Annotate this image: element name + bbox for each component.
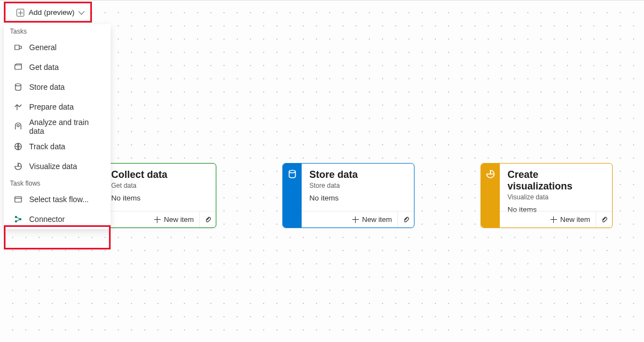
menu-item-get-data[interactable]: Get data: [4, 57, 111, 77]
new-item-button[interactable]: New item: [149, 211, 199, 227]
new-item-label: New item: [164, 215, 194, 224]
menu-item-store-data[interactable]: Store data: [4, 77, 111, 97]
add-button-label: Add (preview): [29, 8, 74, 17]
card-footer: New item: [500, 211, 612, 227]
svg-point-2: [17, 124, 19, 127]
new-item-button[interactable]: New item: [347, 211, 397, 227]
card-title: Collect data: [111, 169, 208, 181]
menu-item-general[interactable]: General: [4, 37, 111, 57]
attach-button[interactable]: [596, 211, 612, 227]
card-body: Create visualizations Visualize data No …: [500, 164, 612, 227]
card-title: Create visualizations: [507, 169, 604, 192]
get-data-icon: [14, 63, 23, 72]
menu-item-label: Prepare data: [29, 102, 74, 111]
task-flow-icon: [14, 195, 23, 204]
card-subtitle: Visualize data: [507, 193, 604, 201]
prepare-data-icon: [14, 102, 23, 111]
menu-item-label: Analyze and train data: [29, 118, 101, 135]
menu-item-visualize-data[interactable]: Visualize data: [4, 156, 111, 176]
menu-item-label: Get data: [29, 63, 59, 72]
menu-item-label: Connector: [29, 215, 65, 224]
svg-rect-4: [15, 197, 21, 202]
card-body: Store data Store data No items New item: [302, 164, 414, 227]
new-item-label: New item: [362, 215, 392, 224]
general-icon: [14, 43, 23, 52]
card-subtitle: Get data: [111, 182, 208, 189]
plus-icon: [550, 216, 557, 223]
card-body: Collect data Get data No items New item: [103, 164, 216, 227]
card-footer: New item: [103, 211, 216, 227]
attach-button[interactable]: [397, 211, 414, 227]
task-card-create-visualizations[interactable]: Create visualizations Visualize data No …: [481, 163, 613, 228]
svg-point-8: [289, 170, 295, 173]
dropdown-section-taskflows: Task flows: [4, 176, 111, 189]
card-footer: New item: [302, 211, 414, 227]
new-item-label: New item: [560, 215, 590, 224]
menu-item-label: Select task flow...: [29, 195, 89, 204]
add-dropdown-panel: Tasks General Get data Store data Prepar…: [4, 24, 111, 229]
attach-icon: [204, 216, 212, 224]
add-preview-button[interactable]: Add (preview): [12, 6, 89, 19]
card-title: Store data: [309, 169, 406, 181]
track-data-icon: [14, 142, 23, 151]
card-accent-viz: [481, 164, 500, 227]
svg-rect-0: [15, 65, 21, 69]
menu-item-label: Store data: [29, 83, 65, 91]
svg-point-1: [15, 84, 21, 86]
menu-item-analyze-train-data[interactable]: Analyze and train data: [4, 117, 111, 137]
dropdown-section-tasks: Tasks: [4, 24, 111, 37]
plus-icon: [352, 216, 359, 223]
task-card-store-data[interactable]: Store data Store data No items New item: [282, 163, 414, 228]
menu-item-prepare-data[interactable]: Prepare data: [4, 97, 111, 117]
connector-icon: [14, 215, 23, 224]
attach-icon: [601, 216, 608, 224]
menu-item-select-task-flow[interactable]: Select task flow...: [4, 189, 111, 209]
card-accent-store: [283, 164, 302, 227]
attach-icon: [402, 216, 410, 224]
plus-icon: [154, 216, 161, 223]
menu-item-label: General: [29, 43, 57, 52]
menu-item-connector[interactable]: Connector: [4, 209, 111, 229]
card-subtitle: Store data: [309, 182, 406, 189]
card-items-text: No items: [309, 194, 406, 202]
pie-chart-icon: [485, 169, 495, 179]
database-icon: [287, 169, 297, 179]
attach-button[interactable]: [199, 211, 216, 227]
menu-item-label: Visualize data: [29, 162, 77, 171]
menu-item-label: Track data: [29, 142, 66, 151]
analyze-icon: [14, 122, 23, 131]
store-data-icon: [14, 83, 23, 91]
new-item-button[interactable]: New item: [545, 211, 596, 227]
menu-item-track-data[interactable]: Track data: [4, 137, 111, 156]
visualize-icon: [14, 162, 23, 171]
card-items-text: No items: [111, 194, 208, 202]
chevron-down-icon: [79, 11, 84, 14]
plus-square-icon: [17, 9, 24, 17]
top-border: [0, 0, 644, 1]
